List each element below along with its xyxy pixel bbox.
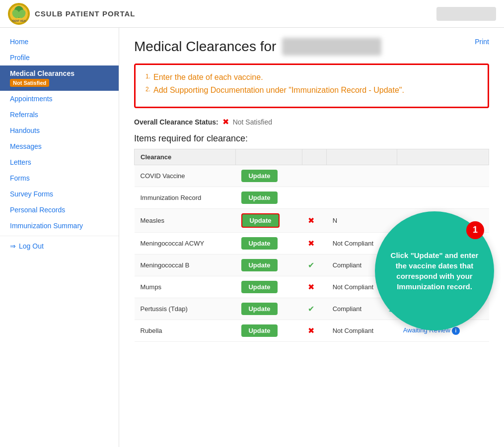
sidebar-item-immunization-summary[interactable]: Immunization Summary bbox=[0, 218, 119, 234]
update-button[interactable]: Update bbox=[241, 324, 277, 337]
sidebar-item-home[interactable]: Home bbox=[0, 34, 119, 50]
sidebar-divider bbox=[0, 236, 119, 236]
cell-review bbox=[397, 187, 489, 209]
col-action bbox=[235, 149, 302, 165]
cell-status-icon: ✖ bbox=[302, 233, 326, 255]
header-user-placeholder bbox=[436, 7, 496, 21]
sidebar-item-profile[interactable]: Profile bbox=[0, 50, 119, 65]
update-button[interactable]: Update bbox=[241, 213, 279, 228]
cell-clearance-name: Mumps bbox=[135, 276, 236, 298]
instructions-list: 1. Enter the date of each vaccine. 2. Ad… bbox=[145, 73, 478, 95]
sidebar-item-appointments[interactable]: Appointments bbox=[0, 91, 119, 107]
section-title: Items required for clearance: bbox=[134, 133, 489, 144]
cell-clearance-name: Meningococcal B bbox=[135, 255, 236, 276]
header: STUDENT HEALTH CSULB PATIENT PORTAL bbox=[0, 0, 504, 28]
info-icon[interactable]: i bbox=[452, 327, 460, 335]
update-button[interactable]: Update bbox=[241, 237, 277, 250]
x-icon: ✖ bbox=[308, 216, 314, 225]
cell-status-icon bbox=[302, 187, 326, 209]
update-button[interactable]: Update bbox=[241, 303, 277, 315]
cell-compliance: N bbox=[327, 209, 397, 233]
sidebar-item-forms[interactable]: Forms bbox=[0, 170, 119, 186]
page-layout: Home Profile Medical Clearances Not Sati… bbox=[0, 28, 504, 447]
col-status-icon bbox=[302, 149, 326, 165]
update-button[interactable]: Update bbox=[241, 281, 277, 293]
cell-status-icon: ✔ bbox=[302, 298, 326, 320]
bubble-badge: 1 bbox=[466, 221, 484, 239]
main-content: Print Medical Clearances for 1. Enter th… bbox=[119, 28, 504, 447]
cell-compliance: Not Compliant bbox=[327, 320, 397, 342]
sidebar-active-label: Medical Clearances bbox=[10, 69, 109, 77]
logout-label: Log Out bbox=[19, 242, 44, 250]
cell-review bbox=[397, 165, 489, 187]
status-value: Not Satisfied bbox=[233, 118, 272, 126]
cell-clearance-name: Meningococcal ACWY bbox=[135, 233, 236, 255]
cell-clearance-name: Immunization Record bbox=[135, 187, 236, 209]
cell-update-button: Update bbox=[235, 298, 302, 320]
cell-update-button: Update bbox=[235, 187, 302, 209]
col-compliance bbox=[327, 149, 397, 165]
status-x-icon: ✖ bbox=[222, 117, 229, 127]
instruction-item-2: 2. Add Supporting Documentation under "I… bbox=[145, 86, 478, 95]
logout-button[interactable]: ⇒ Log Out bbox=[0, 238, 119, 254]
status-label: Overall Clearance Status: bbox=[134, 118, 218, 126]
update-button[interactable]: Update bbox=[241, 259, 277, 271]
header-title: CSULB PATIENT PORTAL bbox=[35, 9, 136, 18]
x-icon: ✖ bbox=[308, 239, 314, 248]
table-row: Immunization RecordUpdate bbox=[135, 187, 489, 209]
logout-icon: ⇒ bbox=[10, 242, 16, 250]
sidebar-item-personal-records[interactable]: Personal Records bbox=[0, 202, 119, 218]
cell-update-button: Update bbox=[235, 233, 302, 255]
print-link[interactable]: Print bbox=[475, 38, 489, 46]
check-icon: ✔ bbox=[308, 261, 314, 269]
sidebar-item-survey-forms[interactable]: Survey Forms bbox=[0, 186, 119, 202]
update-button[interactable]: Update bbox=[241, 170, 277, 182]
x-icon: ✖ bbox=[308, 283, 314, 291]
tooltip-bubble: 1 Click "Update" and enter the vaccine d… bbox=[375, 211, 494, 330]
cell-status-icon: ✔ bbox=[302, 255, 326, 276]
cell-status-icon: ✖ bbox=[302, 209, 326, 233]
page-title: Medical Clearances for bbox=[134, 38, 489, 56]
cell-update-button: Update bbox=[235, 165, 302, 187]
svg-text:STUDENT HEALTH: STUDENT HEALTH bbox=[9, 19, 29, 22]
cell-compliance bbox=[327, 165, 397, 187]
x-icon: ✖ bbox=[308, 326, 314, 335]
cell-status-icon: ✖ bbox=[302, 320, 326, 342]
cell-update-button: Update bbox=[235, 320, 302, 342]
cell-clearance-name: Pertussis (Tdap) bbox=[135, 298, 236, 320]
sidebar-item-referrals[interactable]: Referrals bbox=[0, 107, 119, 123]
cell-status-icon: ✖ bbox=[302, 276, 326, 298]
check-icon: ✔ bbox=[308, 305, 314, 313]
cell-status-icon bbox=[302, 165, 326, 187]
bubble-text: Click "Update" and enter the vaccine dat… bbox=[390, 250, 479, 292]
cell-update-button: Update bbox=[235, 209, 302, 233]
cell-clearance-name: Rubella bbox=[135, 320, 236, 342]
cell-clearance-name: Measles bbox=[135, 209, 236, 233]
logo-icon: STUDENT HEALTH bbox=[8, 3, 30, 25]
sidebar-item-messages[interactable]: Messages bbox=[0, 138, 119, 154]
status-line: Overall Clearance Status: ✖ Not Satisfie… bbox=[134, 117, 489, 127]
logo-area: STUDENT HEALTH CSULB PATIENT PORTAL bbox=[8, 3, 136, 25]
cell-clearance-name: COVID Vaccine bbox=[135, 165, 236, 187]
not-satisfied-badge: Not Satisfied bbox=[10, 79, 49, 87]
sidebar-item-handouts[interactable]: Handouts bbox=[0, 123, 119, 138]
cell-update-button: Update bbox=[235, 276, 302, 298]
sidebar-item-letters[interactable]: Letters bbox=[0, 154, 119, 170]
col-review bbox=[397, 149, 489, 165]
cell-update-button: Update bbox=[235, 255, 302, 276]
table-row: COVID VaccineUpdate bbox=[135, 165, 489, 187]
sidebar: Home Profile Medical Clearances Not Sati… bbox=[0, 28, 119, 447]
sidebar-item-medical-clearances[interactable]: Medical Clearances Not Satisfied bbox=[0, 65, 119, 91]
update-button[interactable]: Update bbox=[241, 192, 277, 204]
cell-compliance bbox=[327, 187, 397, 209]
instruction-item-1: 1. Enter the date of each vaccine. bbox=[145, 73, 478, 82]
col-clearance: Clearance bbox=[135, 149, 236, 165]
patient-name-blurred bbox=[282, 38, 381, 56]
instructions-box: 1. Enter the date of each vaccine. 2. Ad… bbox=[134, 64, 489, 108]
